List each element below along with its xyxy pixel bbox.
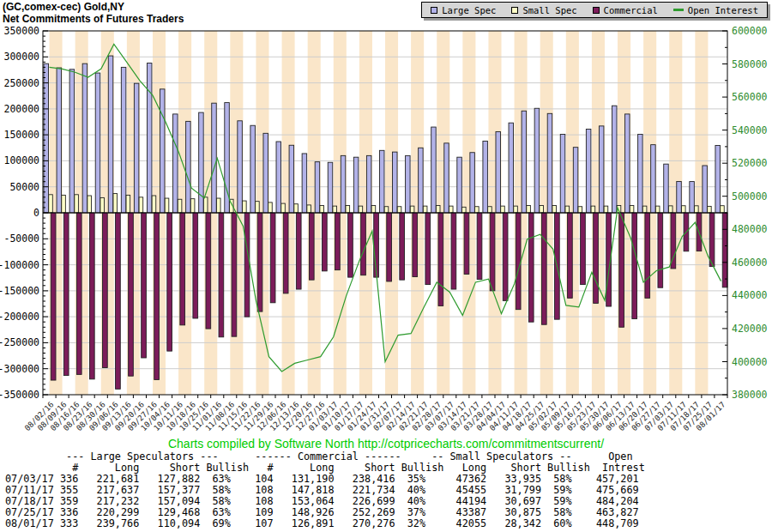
svg-text:150000: 150000 [3, 129, 39, 141]
svg-text:480000: 480000 [732, 223, 768, 235]
svg-text:420000: 420000 [732, 323, 768, 335]
svg-text:440000: 440000 [732, 289, 768, 301]
svg-text:-150000: -150000 [0, 285, 39, 297]
svg-text:-350000: -350000 [0, 389, 39, 401]
svg-text:400000: 400000 [732, 356, 768, 368]
svg-text:540000: 540000 [732, 124, 768, 136]
svg-text:500000: 500000 [732, 190, 768, 203]
svg-text:250000: 250000 [3, 77, 39, 89]
svg-text:200000: 200000 [3, 103, 39, 115]
svg-text:560000: 560000 [732, 91, 768, 103]
svg-text:-100000: -100000 [0, 259, 39, 271]
svg-text:380000: 380000 [732, 389, 768, 401]
svg-text:50000: 50000 [9, 181, 39, 193]
svg-text:300000: 300000 [3, 51, 39, 63]
svg-text:350000: 350000 [3, 25, 39, 37]
svg-text:580000: 580000 [732, 58, 768, 70]
svg-text:600000: 600000 [732, 25, 768, 37]
footer-credit: Charts compiled by Software North http:/… [0, 437, 772, 450]
cot-summary-table: --- Large Speculators --- ------ Commerc… [5, 451, 645, 529]
svg-text:-300000: -300000 [0, 363, 39, 375]
svg-text:-50000: -50000 [3, 233, 39, 245]
svg-text:0: 0 [33, 207, 39, 219]
cot-net-commitments-chart: -350000-300000-250000-200000-150000-1000… [0, 0, 772, 439]
svg-text:520000: 520000 [732, 157, 768, 169]
svg-text:460000: 460000 [732, 257, 768, 269]
svg-text:100000: 100000 [3, 154, 39, 166]
svg-text:-250000: -250000 [0, 336, 39, 348]
svg-text:-200000: -200000 [0, 311, 39, 323]
